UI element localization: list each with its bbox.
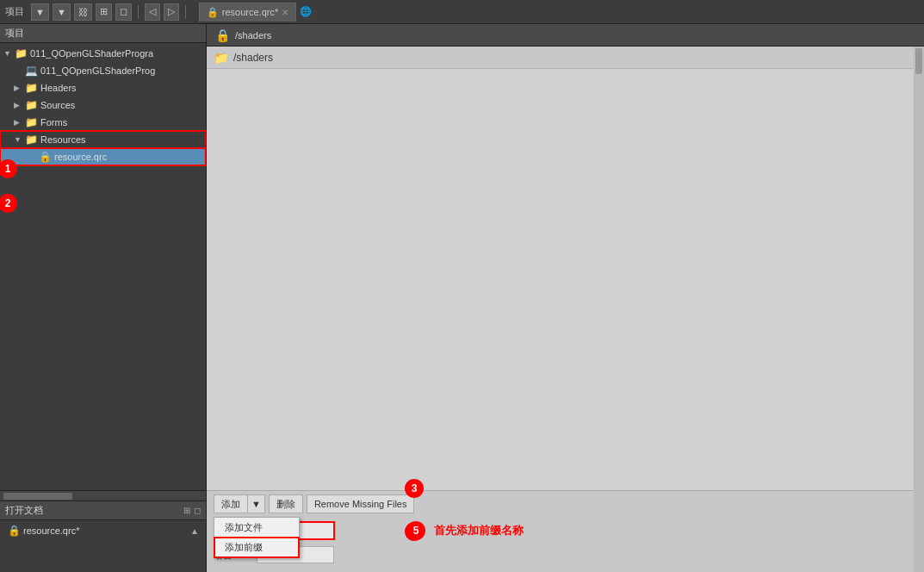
resource-header-title: /shaders: [235, 30, 271, 40]
tree-item-headers[interactable]: ▶ 📁 Headers: [0, 79, 206, 96]
open-docs-icon-add[interactable]: ⊞: [183, 506, 190, 515]
toolbar-btn-back[interactable]: ◁: [145, 3, 160, 21]
project-header-label: 项目: [5, 27, 24, 40]
tree-label-project: 011_QOpenGLShaderProgra: [30, 48, 153, 59]
top-toolbar: 项目 ▼ ▼ ⛓ ⊞ ◻ ◁ ▷ 🔒 resource.qrc* ✕ 🌐: [0, 0, 924, 24]
resource-toolbar: 3 添加 ▼ 删除 Remove Missing Files 添加文件 添加前缀…: [207, 490, 924, 517]
dropdown-add-prefix[interactable]: 添加前缀: [214, 538, 299, 557]
folder-icon-project: 📁: [14, 47, 28, 60]
open-docs-header: 打开文档 ⊞ ◻: [0, 501, 206, 520]
arrow-resources: ▼: [14, 135, 24, 144]
annotation-1: 1: [0, 159, 17, 178]
globe-icon: 🌐: [300, 6, 312, 17]
doc-icon: 🔒: [7, 524, 21, 538]
project-label: 项目: [5, 5, 24, 18]
prefix-text: /shaders: [233, 52, 273, 64]
main-area: 项目 ▼ 📁 011_QOpenGLShaderProgra 💻 011_QOp…: [0, 24, 924, 572]
tree-item-main[interactable]: 💻 011_QOpenGLShaderProg: [0, 62, 206, 79]
add-btn-group: 添加 ▼: [214, 494, 265, 513]
open-docs-label: 打开文档: [5, 504, 43, 517]
folder-icon-sources: 📁: [24, 98, 38, 112]
annotation-5: 5: [406, 521, 425, 540]
v-scroll-thumb[interactable]: [915, 48, 922, 74]
file-icon-main: 💻: [24, 64, 38, 78]
dropdown-add-file[interactable]: 添加文件: [214, 518, 299, 538]
arrow-forms: ▶: [14, 118, 24, 127]
prefix-annotation: 首先添加前缀名称: [434, 523, 524, 538]
tab-resource-qrc[interactable]: 🔒 resource.qrc* ✕: [199, 3, 296, 22]
annotation-2: 2: [0, 194, 17, 213]
prefix-field-row: 前缀： /shaders 5 首先添加前缀名称: [214, 520, 917, 541]
tab-close-btn[interactable]: ✕: [282, 8, 288, 17]
right-panel: 🔒 /shaders 📁 /shaders 3 添加 ▼ 删除 Remove M…: [207, 24, 924, 572]
folder-icon-resources: 📁: [24, 133, 38, 146]
project-tree[interactable]: ▼ 📁 011_QOpenGLShaderProgra 💻 011_QOpenG…: [0, 43, 206, 490]
tree-item-project[interactable]: ▼ 📁 011_QOpenGLShaderProgra: [0, 45, 206, 62]
resource-header-icon: 🔒: [215, 28, 230, 42]
doc-scroll-hint: ▲: [190, 526, 199, 536]
folder-icon-headers: 📁: [24, 81, 38, 95]
resource-content: 📁 /shaders: [207, 47, 924, 490]
add-button[interactable]: 添加: [214, 494, 248, 513]
arrow-sources: ▶: [14, 101, 24, 109]
tree-label-main: 011_QOpenGLShaderProg: [40, 65, 155, 76]
toolbar-btn-add[interactable]: ⊞: [96, 3, 112, 21]
toolbar-btn-filter[interactable]: ▼: [31, 3, 49, 21]
tree-item-forms[interactable]: ▶ 📁 Forms: [0, 114, 206, 131]
remove-missing-button[interactable]: Remove Missing Files: [307, 494, 415, 513]
doc-label: resource.qrc*: [23, 525, 79, 536]
language-field-row: 语言：: [214, 544, 917, 565]
tab-label: resource.qrc*: [222, 7, 278, 17]
prefix-row: 📁 /shaders: [207, 47, 924, 69]
tab-bar: 🔒 resource.qrc* ✕ 🌐: [199, 3, 312, 22]
h-scroll-thumb[interactable]: [3, 493, 72, 500]
tree-item-resources[interactable]: ▼ 📁 Resources: [0, 131, 206, 148]
open-docs-area: 🔒 resource.qrc* ▲: [0, 520, 206, 572]
add-dropdown-popup: 添加文件 添加前缀: [214, 517, 300, 558]
project-header: 项目: [0, 24, 206, 43]
resource-editor-header: 🔒 /shaders: [207, 24, 924, 47]
arrow-project: ▼: [3, 49, 14, 58]
tab-icon: 🔒: [207, 7, 219, 18]
folder-icon-forms: 📁: [24, 115, 38, 129]
tree-label-resources: Resources: [40, 134, 86, 145]
toolbar-btn-filter2[interactable]: ▼: [53, 3, 71, 21]
toolbar-btn-forward[interactable]: ▷: [164, 3, 179, 21]
v-scrollbar[interactable]: [914, 47, 924, 572]
prefix-folder-icon: 📁: [214, 51, 228, 65]
toolbar-btn-link[interactable]: ⛓: [74, 3, 92, 21]
tree-label-forms: Forms: [40, 117, 67, 127]
tree-label-sources: Sources: [40, 100, 75, 110]
h-scrollbar[interactable]: [0, 490, 206, 501]
sep2: [185, 5, 186, 19]
qrc-icon: 🔒: [38, 150, 52, 164]
tree-label-headers: Headers: [40, 83, 77, 93]
left-panel: 项目 ▼ 📁 011_QOpenGLShaderProgra 💻 011_QOp…: [0, 24, 207, 572]
fields-area: 前缀： /shaders 5 首先添加前缀名称 语言：: [207, 517, 924, 572]
toolbar-btn-expand[interactable]: ◻: [115, 3, 132, 21]
sep1: [138, 5, 139, 19]
add-dropdown-btn[interactable]: ▼: [248, 494, 265, 513]
tree-label-qrc: resource.qrc: [54, 152, 107, 162]
doc-item-resource-qrc[interactable]: 🔒 resource.qrc* ▲: [0, 522, 206, 539]
arrow-headers: ▶: [14, 84, 24, 92]
tree-item-resource-qrc[interactable]: 🔒 resource.qrc: [0, 148, 206, 165]
empty-content: [207, 69, 924, 327]
annotation-3: 3: [405, 479, 424, 498]
delete-button[interactable]: 删除: [269, 494, 303, 513]
open-docs-icon-menu[interactable]: ◻: [194, 506, 201, 515]
tree-item-sources[interactable]: ▶ 📁 Sources: [0, 96, 206, 114]
